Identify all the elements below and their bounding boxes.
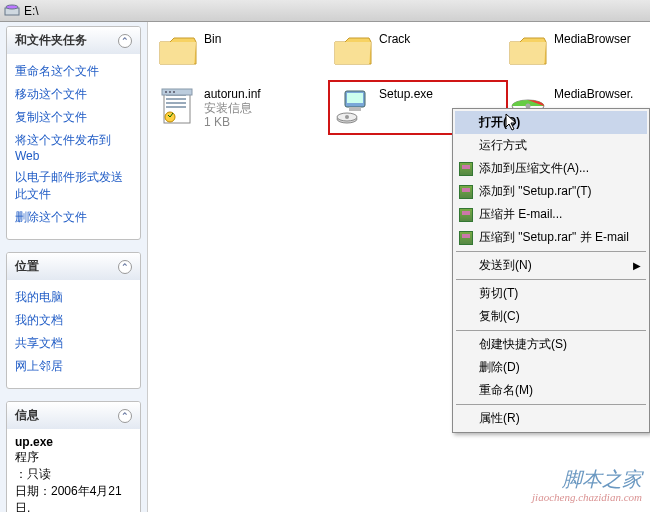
menu-runas[interactable]: 运行方式 bbox=[455, 134, 647, 157]
task-rename[interactable]: 重命名这个文件 bbox=[15, 60, 132, 83]
inf-file-icon bbox=[158, 87, 198, 127]
file-tasks-panel: 和文件夹任务 ⌃ 重命名这个文件 移动这个文件 复制这个文件 将这个文件发布到 … bbox=[6, 26, 141, 240]
collapse-icon[interactable]: ⌃ bbox=[118, 34, 132, 48]
svg-point-7 bbox=[173, 91, 175, 93]
task-publish[interactable]: 将这个文件发布到 Web bbox=[15, 129, 132, 166]
rar-icon bbox=[459, 231, 473, 245]
task-email[interactable]: 以电子邮件形式发送此文件 bbox=[15, 166, 132, 206]
menu-open[interactable]: 打开(O) bbox=[455, 111, 647, 134]
svg-point-5 bbox=[165, 91, 167, 93]
menu-sendto[interactable]: 发送到(N)▶ bbox=[455, 254, 647, 277]
menu-create-shortcut[interactable]: 创建快捷方式(S) bbox=[455, 333, 647, 356]
places-panel: 位置 ⌃ 我的电脑 我的文档 共享文档 网上邻居 bbox=[6, 252, 141, 389]
panel-header[interactable]: 和文件夹任务 ⌃ bbox=[7, 27, 140, 54]
cursor-icon bbox=[505, 113, 519, 133]
place-mycomputer[interactable]: 我的电脑 bbox=[15, 286, 132, 309]
task-pane: 和文件夹任务 ⌃ 重命名这个文件 移动这个文件 复制这个文件 将这个文件发布到 … bbox=[0, 22, 148, 512]
menu-add-archive[interactable]: 添加到压缩文件(A)... bbox=[455, 157, 647, 180]
watermark: 脚本之家 jiaocheng.chazidian.com bbox=[532, 470, 642, 506]
menu-rename[interactable]: 重命名(M) bbox=[455, 379, 647, 402]
svg-point-6 bbox=[169, 91, 171, 93]
menu-delete[interactable]: 删除(D) bbox=[455, 356, 647, 379]
detail-type: 程序 bbox=[15, 449, 132, 466]
menu-copy[interactable]: 复制(C) bbox=[455, 305, 647, 328]
panel-header[interactable]: 位置 ⌃ bbox=[7, 253, 140, 280]
titlebar: E:\ bbox=[0, 0, 650, 22]
file-item[interactable]: autorun.inf 安装信息 1 KB bbox=[158, 87, 328, 129]
svg-point-13 bbox=[345, 115, 349, 119]
menu-compress-email[interactable]: 压缩并 E-mail... bbox=[455, 203, 647, 226]
collapse-icon[interactable]: ⌃ bbox=[118, 409, 132, 423]
panel-header[interactable]: 信息 ⌃ bbox=[7, 402, 140, 429]
context-menu: 打开(O) 运行方式 添加到压缩文件(A)... 添加到 "Setup.rar"… bbox=[452, 108, 650, 433]
task-move[interactable]: 移动这个文件 bbox=[15, 83, 132, 106]
submenu-arrow-icon: ▶ bbox=[633, 260, 641, 271]
detail-attr: ：只读 bbox=[15, 466, 132, 483]
file-list[interactable]: Bin Crack MediaBrowser autorun.inf 安装信息 … bbox=[148, 22, 650, 512]
task-delete[interactable]: 删除这个文件 bbox=[15, 206, 132, 229]
menu-separator bbox=[456, 251, 646, 252]
window-title: E:\ bbox=[24, 4, 39, 18]
drive-icon bbox=[4, 3, 20, 19]
place-shared[interactable]: 共享文档 bbox=[15, 332, 132, 355]
details-panel: 信息 ⌃ up.exe 程序 ：只读 日期：2006年4月21日, ：52.0 … bbox=[6, 401, 141, 512]
menu-properties[interactable]: 属性(R) bbox=[455, 407, 647, 430]
rar-icon bbox=[459, 162, 473, 176]
folder-icon bbox=[158, 32, 198, 68]
svg-rect-10 bbox=[349, 107, 361, 111]
rar-icon bbox=[459, 185, 473, 199]
folder-item[interactable]: MediaBrowser bbox=[508, 32, 650, 68]
place-mydocs[interactable]: 我的文档 bbox=[15, 309, 132, 332]
svg-rect-9 bbox=[347, 93, 363, 103]
menu-cut[interactable]: 剪切(T) bbox=[455, 282, 647, 305]
menu-add-setup-rar[interactable]: 添加到 "Setup.rar"(T) bbox=[455, 180, 647, 203]
detail-name: up.exe bbox=[15, 435, 53, 449]
folder-icon bbox=[508, 32, 548, 68]
task-copy[interactable]: 复制这个文件 bbox=[15, 106, 132, 129]
place-network[interactable]: 网上邻居 bbox=[15, 355, 132, 378]
menu-separator bbox=[456, 330, 646, 331]
menu-compress-rar-email[interactable]: 压缩到 "Setup.rar" 并 E-mail bbox=[455, 226, 647, 249]
folder-icon bbox=[333, 32, 373, 68]
rar-icon bbox=[459, 208, 473, 222]
collapse-icon[interactable]: ⌃ bbox=[118, 260, 132, 274]
menu-separator bbox=[456, 279, 646, 280]
folder-item[interactable]: Crack bbox=[333, 32, 503, 68]
setup-exe-icon bbox=[333, 87, 373, 127]
menu-separator bbox=[456, 404, 646, 405]
svg-point-1 bbox=[6, 5, 18, 9]
folder-item[interactable]: Bin bbox=[158, 32, 328, 68]
detail-date: 日期：2006年4月21日, bbox=[15, 483, 132, 512]
